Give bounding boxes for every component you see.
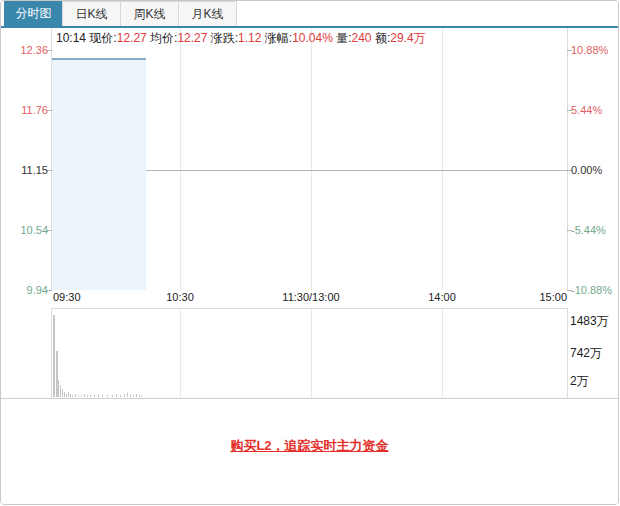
volume-bar (102, 395, 103, 397)
tab-monthly-k[interactable]: 月K线 (178, 1, 237, 26)
status-segment: 240 (352, 31, 372, 45)
volume-bar (53, 315, 55, 397)
gridline-1030 (180, 28, 181, 290)
status-segment: 涨幅: (261, 31, 292, 45)
time-label: 09:30 (53, 291, 81, 304)
volume-bar (81, 395, 82, 397)
status-segment: 现价: (86, 31, 117, 45)
volume-bar (98, 394, 99, 397)
time-label: 10:30 (166, 291, 194, 304)
volume-gridline (311, 309, 312, 398)
status-segment: 1.12 (238, 31, 261, 45)
price-label: 10.54 (1, 223, 48, 237)
volume-left-border (51, 308, 52, 398)
price-label: 11.76 (1, 103, 48, 117)
pct-label: -5.44% (571, 223, 606, 237)
time-label: 11:30/13:00 (282, 291, 339, 304)
volume-bar (87, 395, 88, 397)
status-segment: 10:14 (56, 31, 86, 45)
status-segment: 29.4万 (390, 31, 425, 45)
volume-bar (136, 394, 137, 397)
status-segment: 量: (333, 31, 352, 45)
volume-right-border (567, 308, 568, 398)
volume-bar (130, 394, 131, 397)
stock-chart-widget: 分时图 日K线 周K线 月K线 10:14 现价:12.27 均价:12.27 … (0, 0, 619, 505)
volume-bar (133, 395, 134, 397)
price-label: 9.94 (1, 283, 48, 297)
status-segment: 10.04% (292, 31, 333, 45)
volume-bar (139, 395, 140, 397)
volume-bar (127, 393, 128, 397)
volume-bar (107, 395, 108, 397)
volume-bar (78, 395, 79, 397)
volume-top-border (51, 308, 568, 309)
price-label: 11.15 (1, 163, 48, 177)
gridline-1130 (311, 28, 312, 290)
tab-weekly-k[interactable]: 周K线 (120, 1, 179, 26)
time-label: 15:00 (539, 291, 567, 304)
plot-right-border (567, 28, 568, 291)
volume-bar (116, 394, 117, 397)
volume-axis-label: 742万 (570, 346, 602, 360)
time-label: 14:00 (428, 291, 456, 304)
status-segment: 额: (372, 31, 391, 45)
price-label: 12.36 (1, 43, 48, 57)
buy-l2-link[interactable]: 购买L2，追踪实时主力资金 (230, 437, 388, 455)
volume-bar (64, 392, 65, 397)
volume-bar (70, 394, 71, 397)
volume-bar (72, 395, 73, 397)
volume-bar (90, 395, 91, 397)
price-area-fill (52, 59, 146, 290)
status-segment: 涨跌: (207, 31, 238, 45)
volume-bar (84, 394, 85, 397)
volume-bar (75, 394, 76, 397)
price-line (52, 58, 146, 60)
volume-bar (60, 385, 61, 397)
volume-bar (66, 394, 67, 397)
volume-bar (141, 395, 142, 397)
volume-bar (68, 392, 69, 397)
volume-gridline (180, 309, 181, 398)
quote-status-bar: 10:14 现价:12.27 均价:12.27 涨跌:1.12 涨幅:10.04… (56, 30, 426, 47)
volume-bar (124, 394, 125, 397)
volume-axis-label: 1483万 (570, 314, 609, 328)
volume-gridline (442, 309, 443, 398)
pct-label: 5.44% (571, 103, 602, 117)
volume-bar (58, 380, 59, 397)
volume-axis-label: 2万 (570, 374, 589, 388)
tab-intraday[interactable]: 分时图 (4, 1, 63, 26)
pct-label: 10.88% (571, 43, 608, 57)
status-segment: 12.27 (177, 31, 207, 45)
gridline-1400 (442, 28, 443, 290)
pct-label: 0.00% (571, 163, 602, 177)
chart-tab-bar: 分时图 日K线 周K线 月K线 (1, 1, 618, 28)
volume-bar (120, 395, 121, 397)
footer-panel: 购买L2，追踪实时主力资金 (1, 399, 618, 504)
tab-daily-k[interactable]: 日K线 (62, 1, 121, 26)
pct-label: -10.88% (571, 283, 612, 297)
status-segment: 12.27 (117, 31, 147, 45)
status-segment: 均价: (147, 31, 178, 45)
volume-bar (94, 395, 95, 397)
volume-bar (62, 389, 63, 397)
volume-bar (112, 395, 113, 397)
